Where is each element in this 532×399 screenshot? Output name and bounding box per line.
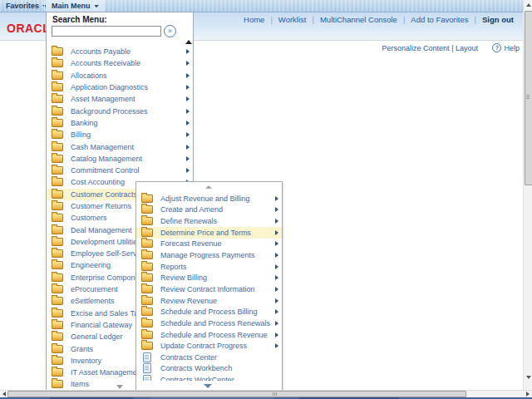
folder-icon bbox=[141, 205, 153, 214]
folder-icon bbox=[52, 202, 63, 210]
arrow-right-icon bbox=[275, 298, 278, 303]
link-separator: | bbox=[270, 15, 272, 24]
multichannel-console-link[interactable]: MultiChannel Console bbox=[320, 15, 397, 24]
submenu-item[interactable]: Schedule and Process Renewals bbox=[136, 318, 282, 329]
submenu-item[interactable]: Reports bbox=[136, 261, 282, 273]
link-separator: | bbox=[312, 15, 313, 24]
submenu-item-label: Forecast Revenue bbox=[160, 239, 222, 248]
main-menu-item-label: eProcurement bbox=[71, 285, 118, 293]
tab-separator bbox=[44, 1, 45, 11]
main-menu-item[interactable]: Accounts Payable bbox=[47, 46, 193, 57]
arrow-right-icon bbox=[186, 49, 190, 54]
arrow-right-icon bbox=[186, 145, 190, 150]
scroll-down-icon[interactable] bbox=[204, 384, 212, 388]
submenu-item[interactable]: Schedule and Process Revenue bbox=[136, 329, 282, 341]
folder-icon bbox=[52, 297, 63, 305]
main-menu-item[interactable]: Allocations bbox=[47, 70, 193, 81]
scroll-down-icon[interactable] bbox=[116, 385, 123, 389]
folder-icon bbox=[52, 357, 63, 365]
main-menu-item-label: Commitment Control bbox=[71, 166, 140, 175]
help-link[interactable]: ? Help bbox=[492, 43, 520, 52]
submenu-item[interactable]: Review Contract Information bbox=[136, 283, 282, 295]
main-menu-item[interactable]: Accounts Receivable bbox=[47, 57, 193, 69]
arrow-up-icon bbox=[526, 3, 531, 7]
scrollbar-up-button[interactable] bbox=[524, 0, 532, 9]
horizontal-scrollbar-thumb[interactable] bbox=[7, 391, 466, 397]
submenu-item[interactable]: Forecast Revenue bbox=[136, 239, 282, 250]
main-menu-item[interactable]: Cash Management bbox=[47, 140, 193, 152]
arrow-right-icon bbox=[186, 156, 190, 161]
submenu-item[interactable]: Manage Progress Payments bbox=[136, 249, 282, 261]
submenu-item[interactable]: Contracts WorkCenter bbox=[136, 374, 282, 381]
main-menu-item-label: Billing bbox=[71, 131, 91, 139]
arrow-right-icon bbox=[275, 230, 278, 235]
main-menu-item[interactable]: Catalog Management bbox=[47, 153, 193, 165]
arrow-right-icon bbox=[275, 343, 278, 348]
horizontal-scrollbar[interactable] bbox=[0, 390, 532, 397]
arrow-right-icon bbox=[186, 168, 190, 173]
submenu-item-label: Contracts WorkCenter bbox=[160, 376, 234, 381]
main-menu-item-label: Catalog Management bbox=[71, 155, 142, 163]
arrow-right-icon bbox=[186, 109, 190, 114]
submenu-item[interactable]: Define Renewals bbox=[136, 215, 282, 227]
main-menu-item[interactable]: Asset Management bbox=[47, 93, 193, 105]
arrow-right-icon bbox=[275, 219, 278, 224]
folder-icon bbox=[141, 217, 153, 225]
folder-icon bbox=[52, 249, 63, 258]
tab-main-menu[interactable]: Main Menu bbox=[46, 0, 105, 12]
main-menu-item-label: IT Asset Management bbox=[71, 368, 143, 377]
main-menu-item[interactable]: Banking bbox=[47, 117, 193, 129]
folder-icon bbox=[52, 309, 63, 318]
document-icon bbox=[143, 375, 151, 381]
vertical-scrollbar[interactable] bbox=[523, 0, 532, 390]
submenu-item[interactable]: Review Revenue bbox=[136, 295, 282, 307]
submenu-item-label: Manage Progress Payments bbox=[160, 251, 255, 259]
main-menu-item[interactable]: Application Diagnostics bbox=[47, 81, 193, 93]
scrollbar-down-button[interactable] bbox=[524, 372, 532, 382]
arrow-right-icon bbox=[186, 121, 190, 126]
submenu-item[interactable]: Contracts Workbench bbox=[136, 363, 282, 375]
arrow-right-icon bbox=[275, 253, 278, 258]
arrow-right-icon bbox=[275, 207, 278, 212]
main-menu-item[interactable]: Commitment Control bbox=[47, 165, 193, 176]
layout-link[interactable]: Layout bbox=[456, 44, 478, 52]
submenu-item[interactable]: Contracts Center bbox=[136, 352, 282, 363]
link-separator: | bbox=[475, 15, 476, 24]
main-menu-item[interactable]: Background Processes bbox=[47, 105, 193, 116]
search-input[interactable] bbox=[52, 26, 161, 37]
scrollbar-right-button[interactable] bbox=[524, 391, 532, 397]
scroll-up-icon[interactable] bbox=[205, 185, 212, 189]
main-menu-item-label: Accounts Payable bbox=[71, 47, 131, 56]
add-to-favorites-link[interactable]: Add to Favorites bbox=[411, 15, 468, 24]
worklist-link[interactable]: Worklist bbox=[278, 15, 307, 24]
submenu-item[interactable]: Update Contract Progress bbox=[136, 340, 282, 352]
main-menu-item-label: Deal Management bbox=[71, 226, 132, 234]
main-menu-item-label: eSettlements bbox=[71, 297, 115, 305]
arrow-right-icon bbox=[526, 392, 530, 397]
submenu-item[interactable]: Determine Price and Terms bbox=[136, 227, 282, 239]
folder-icon bbox=[52, 368, 63, 377]
folder-icon bbox=[52, 345, 63, 353]
submenu-item[interactable]: Review Billing bbox=[136, 272, 282, 283]
main-menu-item-label: Customer Returns bbox=[71, 202, 131, 210]
folder-icon bbox=[141, 229, 153, 237]
help-question-icon: ? bbox=[492, 43, 501, 52]
scrollbar-left-button[interactable] bbox=[0, 391, 7, 397]
search-button[interactable]: » bbox=[164, 25, 176, 37]
submenu-item[interactable]: Create and Amend bbox=[136, 204, 282, 216]
main-menu-item[interactable]: Billing bbox=[47, 129, 193, 140]
vertical-scrollbar-thumb[interactable] bbox=[525, 11, 532, 185]
folder-icon bbox=[52, 83, 63, 91]
main-menu-item-label: Background Processes bbox=[71, 107, 148, 116]
submenu-item[interactable]: Adjust Revenue and Billing bbox=[136, 193, 282, 204]
arrow-right-icon bbox=[275, 309, 278, 314]
arrow-right-icon bbox=[275, 264, 278, 269]
personalize-content-link[interactable]: Personalize Content bbox=[382, 44, 450, 52]
main-menu-item-label: Cash Management bbox=[71, 143, 134, 151]
home-link[interactable]: Home bbox=[244, 15, 264, 24]
main-menu-item-label: Financial Gateway bbox=[71, 321, 132, 329]
submenu-item[interactable]: Schedule and Process Billing bbox=[136, 306, 282, 318]
scroll-up-icon[interactable] bbox=[185, 40, 192, 44]
submenu-item-label: Update Contract Progress bbox=[160, 342, 247, 350]
sign-out-link[interactable]: Sign out bbox=[482, 15, 514, 24]
